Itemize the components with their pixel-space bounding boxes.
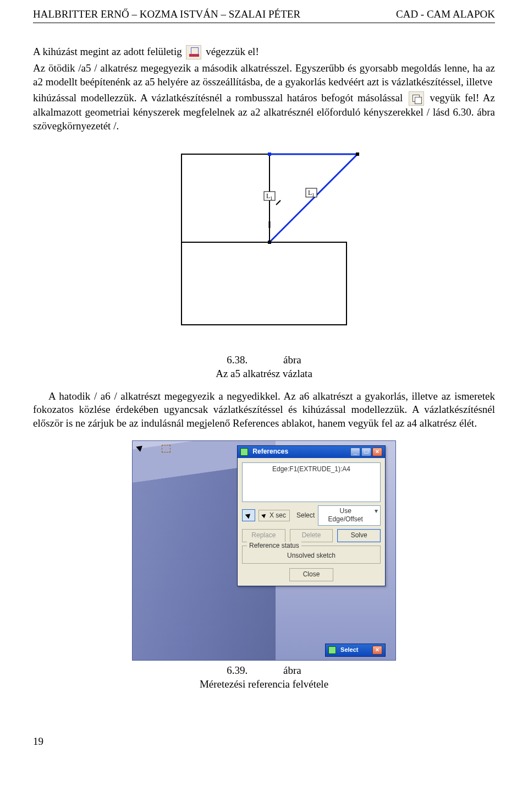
paragraph-4: A hatodik / a6 / alkatrészt megegyezik a… bbox=[33, 390, 495, 430]
references-body: Edge:F1(EXTRUDE_1):A4 X sec Select Use E… bbox=[238, 458, 385, 586]
pick-tool-button[interactable] bbox=[242, 509, 255, 521]
reference-mode-combo[interactable]: Use Edge/Offset bbox=[318, 505, 381, 526]
paragraph-2: Az ötödik /a5 / alkatrész megegyezik a m… bbox=[33, 62, 495, 89]
p2-text: Az ötödik /a5 / alkatrész megegyezik a m… bbox=[33, 62, 495, 88]
svg-rect-0 bbox=[182, 154, 270, 242]
references-dialog: References _ □ × Edge:F1(EXTRUDE_1):A4 bbox=[237, 445, 386, 586]
reference-status-group: Reference status Unsolved sketch bbox=[242, 546, 381, 564]
reference-list[interactable]: Edge:F1(EXTRUDE_1):A4 bbox=[242, 462, 381, 502]
reference-status-text: Unsolved sketch bbox=[247, 552, 376, 560]
p4-text: A hatodik / a6 / alkatrészt megegyezik a… bbox=[33, 390, 495, 429]
maximize-button[interactable]: □ bbox=[361, 448, 371, 456]
header-title: CAD - CAM ALAPOK bbox=[396, 8, 495, 21]
figure-1-word: ábra bbox=[283, 354, 301, 366]
xsec-button[interactable]: X sec bbox=[258, 510, 290, 522]
svg-text:1: 1 bbox=[312, 192, 315, 198]
xsec-label: X sec bbox=[270, 511, 286, 520]
svg-text:1: 1 bbox=[270, 195, 273, 201]
figure-1-svg: L 1 L 1 bbox=[160, 143, 369, 347]
reference-status-title: Reference status bbox=[247, 542, 301, 551]
references-app-icon bbox=[240, 448, 248, 456]
svg-rect-3 bbox=[356, 152, 359, 156]
svg-rect-2 bbox=[268, 152, 271, 156]
svg-rect-1 bbox=[182, 242, 346, 325]
extrude-to-surface-icon bbox=[186, 45, 201, 59]
arrow-icon bbox=[261, 513, 267, 519]
references-title-text: References bbox=[252, 448, 288, 455]
reference-list-item[interactable]: Edge:F1(EXTRUDE_1):A4 bbox=[246, 465, 377, 474]
select-palette-close[interactable]: × bbox=[372, 646, 382, 655]
delete-button[interactable]: Delete bbox=[290, 529, 333, 542]
p1-text-b: végezzük el! bbox=[206, 46, 259, 57]
close-window-button[interactable]: × bbox=[372, 448, 382, 456]
box-select-icon[interactable] bbox=[161, 443, 171, 454]
close-button[interactable]: Close bbox=[289, 568, 333, 581]
cad-viewport: References _ □ × Edge:F1(EXTRUDE_1):A4 bbox=[132, 440, 396, 661]
combo-value: Use Edge/Offset bbox=[328, 507, 363, 524]
copy-icon bbox=[409, 91, 424, 106]
svg-line-11 bbox=[276, 200, 280, 205]
figure-1-caption: 6.38. ábra Az a5 alkatrész vázlata bbox=[33, 353, 495, 380]
figure-2-word: ábra bbox=[283, 664, 301, 676]
paragraph-1: A kihúzást megint az adott felületig vég… bbox=[33, 45, 495, 60]
minimize-button[interactable]: _ bbox=[350, 448, 360, 456]
figure-2-caption: 6.39. ábra Méretezési referencia felvéte… bbox=[33, 664, 495, 691]
p1-text-a: A kihúzást megint az adott felületig bbox=[33, 46, 184, 57]
svg-rect-4 bbox=[268, 241, 271, 244]
replace-button[interactable]: Replace bbox=[242, 529, 285, 542]
figure-2-title: Méretezési referencia felvétele bbox=[200, 678, 328, 690]
references-titlebar[interactable]: References _ □ × bbox=[238, 446, 385, 458]
sketch-toolbar bbox=[136, 443, 171, 454]
header-authors: HALBRITTER ERNŐ – KOZMA ISTVÁN – SZALAI … bbox=[33, 8, 300, 21]
p3-text-a: kihúzással modellezzük. A vázlatkészítés… bbox=[33, 92, 407, 103]
figure-1-title: Az a5 alkatrész vázlata bbox=[216, 368, 312, 379]
select-label: Select bbox=[296, 511, 315, 520]
figure-1: L 1 L 1 bbox=[33, 143, 495, 351]
select-palette: Select × bbox=[325, 644, 386, 657]
paragraph-3: kihúzással modellezzük. A vázlatkészítés… bbox=[33, 91, 495, 133]
figure-1-number: 6.38. bbox=[227, 353, 248, 367]
page-number: 19 bbox=[33, 735, 495, 749]
select-palette-titlebar[interactable]: Select × bbox=[326, 644, 385, 656]
select-palette-icon bbox=[328, 646, 336, 654]
figure-2: References _ □ × Edge:F1(EXTRUDE_1):A4 bbox=[33, 440, 495, 661]
solve-button[interactable]: Solve bbox=[337, 529, 381, 542]
select-palette-title: Select bbox=[340, 646, 358, 653]
select-tool-icon[interactable] bbox=[136, 443, 146, 454]
figure-2-number: 6.39. bbox=[227, 664, 248, 678]
arrow-icon bbox=[245, 512, 252, 519]
page-header: HALBRITTER ERNŐ – KOZMA ISTVÁN – SZALAI … bbox=[33, 0, 495, 23]
